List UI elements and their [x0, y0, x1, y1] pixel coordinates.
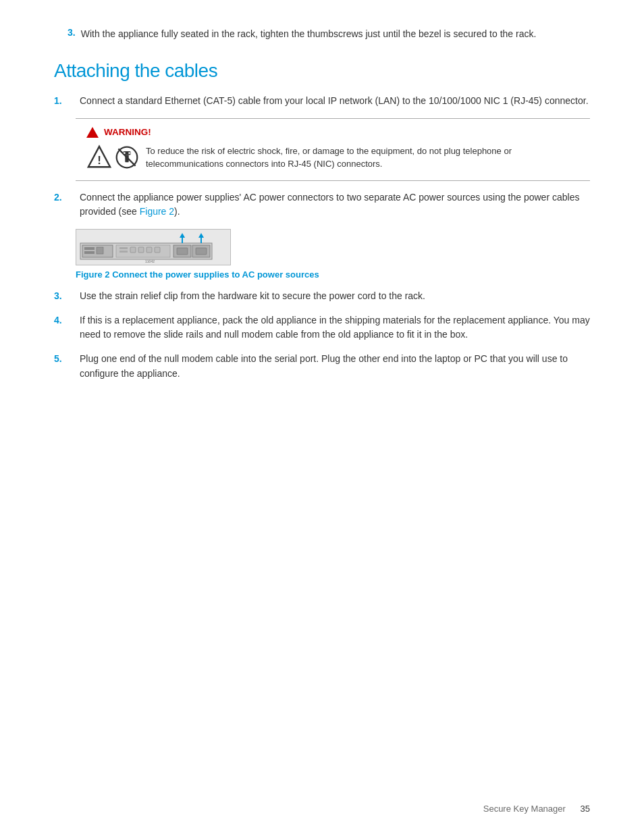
- step-1-num: 1.: [54, 94, 76, 109]
- step-5: 5. Plug one end of the null modem cable …: [54, 352, 590, 381]
- steps-list: 1. Connect a standard Ethernet (CAT-5) c…: [54, 94, 590, 382]
- svg-rect-23: [196, 248, 207, 255]
- intro-step-3: 3. With the appliance fully seated in th…: [54, 27, 590, 41]
- step-1-text: Connect a standard Ethernet (CAT-5) cabl…: [80, 94, 590, 109]
- step-4: 4. If this is a replacement appliance, p…: [54, 313, 590, 342]
- warning-title: WARNING!: [86, 127, 579, 138]
- svg-rect-19: [155, 247, 160, 253]
- warning-content: ! To reduce the risk of electric shock, …: [86, 145, 579, 171]
- svg-text:11042: 11042: [145, 259, 155, 263]
- step-2-text: Connect the appliance power supplies' AC…: [80, 190, 590, 219]
- svg-rect-12: [97, 247, 103, 254]
- step-4-text: If this is a replacement appliance, pack…: [80, 313, 590, 342]
- warning-text: To reduce the risk of electric shock, fi…: [146, 145, 579, 171]
- svg-text:!: !: [97, 153, 101, 166]
- step-5-text: Plug one end of the null modem cable int…: [80, 352, 590, 381]
- svg-rect-22: [177, 248, 188, 255]
- figure-2-link[interactable]: Figure 2: [140, 206, 174, 217]
- step-3: 3. Use the strain relief clip from the h…: [54, 289, 590, 304]
- intro-step-text: With the appliance fully seated in the r…: [81, 27, 537, 41]
- step-4-num: 4.: [54, 313, 76, 342]
- step-2-text-after: ).: [174, 206, 180, 217]
- warning-label: WARNING!: [104, 127, 151, 137]
- warning-icons: !: [86, 145, 139, 170]
- page-footer: Secure Key Manager 35: [483, 804, 590, 814]
- svg-rect-15: [119, 251, 128, 253]
- no-plug-icon: [115, 145, 139, 170]
- page-number: 35: [581, 804, 590, 814]
- svg-point-7: [128, 152, 130, 154]
- step-1: 1. Connect a standard Ethernet (CAT-5) c…: [54, 94, 590, 109]
- footer-product: Secure Key Manager: [483, 804, 566, 814]
- svg-rect-10: [84, 247, 95, 250]
- electric-shock-icon: !: [86, 145, 112, 170]
- warning-triangle-icon: [86, 127, 99, 138]
- svg-point-6: [124, 152, 126, 154]
- intro-step-num: 3.: [68, 27, 76, 41]
- step-2: 2. Connect the appliance power supplies'…: [54, 190, 590, 219]
- section-heading: Attaching the cables: [54, 60, 590, 82]
- svg-rect-18: [146, 247, 152, 253]
- svg-marker-26: [198, 233, 204, 238]
- figure-caption: Figure 2 Connect the power supplies to A…: [76, 269, 590, 280]
- step-3-text: Use the strain relief clip from the hard…: [80, 289, 590, 304]
- svg-rect-16: [130, 247, 136, 253]
- appliance-svg: 11042: [79, 231, 227, 263]
- step-2-num: 2.: [54, 190, 76, 219]
- svg-marker-24: [180, 233, 185, 238]
- figure-container: 11042 Figure 2 Connect the power supplie…: [54, 229, 590, 280]
- svg-rect-11: [84, 251, 95, 254]
- svg-rect-5: [125, 155, 128, 162]
- svg-rect-14: [119, 247, 128, 249]
- warning-container: WARNING! !: [54, 118, 590, 181]
- figure-image: 11042: [76, 229, 231, 265]
- step-5-num: 5.: [54, 352, 76, 381]
- step-3-num: 3.: [54, 289, 76, 304]
- warning-box: WARNING! !: [76, 118, 590, 181]
- svg-rect-17: [138, 247, 144, 253]
